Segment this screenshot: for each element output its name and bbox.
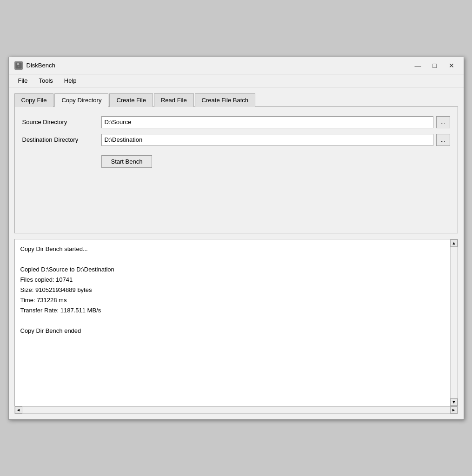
start-bench-button[interactable]: Start Bench [101, 155, 153, 168]
start-bench-row: Start Bench [22, 152, 450, 168]
destination-directory-row: Destination Directory ... [22, 134, 450, 146]
tab-content: Source Directory ... Destination Directo… [14, 107, 458, 233]
main-content: Copy File Copy Directory Create File Rea… [9, 87, 464, 419]
scroll-up-button[interactable]: ▲ [450, 239, 458, 247]
tab-copy-directory[interactable]: Copy Directory [54, 93, 108, 107]
output-scroll-container: Copy Dir Bench started...Copied D:\Sourc… [15, 239, 458, 406]
menu-tools[interactable]: Tools [33, 75, 58, 86]
title-bar-left: DiskBench [14, 61, 55, 70]
menu-help[interactable]: Help [59, 75, 82, 86]
destination-browse-button[interactable]: ... [436, 134, 450, 146]
source-directory-row: Source Directory ... [22, 116, 450, 128]
tab-spacer [22, 168, 450, 224]
menu-file[interactable]: File [13, 75, 33, 86]
main-window: DiskBench — □ ✕ File Tools Help Copy Fil… [8, 57, 464, 420]
destination-directory-input[interactable] [101, 134, 433, 146]
title-bar: DiskBench — □ ✕ [9, 57, 464, 74]
tab-create-file[interactable]: Create File [109, 93, 153, 107]
scroll-left-button[interactable]: ◄ [15, 406, 22, 414]
source-directory-label: Source Directory [22, 119, 101, 126]
title-bar-controls: — □ ✕ [412, 61, 458, 70]
menu-bar: File Tools Help [9, 74, 464, 87]
vertical-scrollbar: ▲ ▼ [450, 239, 458, 406]
output-text: Copy Dir Bench started...Copied D:\Sourc… [15, 239, 450, 406]
close-button[interactable]: ✕ [445, 61, 458, 70]
scroll-right-button[interactable]: ► [450, 406, 458, 414]
output-area: Copy Dir Bench started...Copied D:\Sourc… [14, 239, 458, 406]
source-browse-button[interactable]: ... [436, 116, 450, 128]
destination-directory-label: Destination Directory [22, 136, 101, 143]
scrollbar-track[interactable] [450, 247, 458, 398]
tab-copy-file[interactable]: Copy File [14, 93, 54, 107]
horizontal-scrollbar: ◄ ► [14, 406, 458, 414]
disk-icon [14, 61, 23, 70]
svg-rect-2 [19, 63, 20, 65]
tab-bar: Copy File Copy Directory Create File Rea… [14, 93, 458, 107]
tab-create-file-batch[interactable]: Create File Batch [195, 93, 255, 107]
tab-read-file[interactable]: Read File [154, 93, 194, 107]
minimize-button[interactable]: — [412, 61, 425, 70]
source-directory-input[interactable] [101, 116, 433, 128]
svg-point-4 [18, 66, 19, 67]
scroll-down-button[interactable]: ▼ [450, 398, 458, 406]
maximize-button[interactable]: □ [428, 61, 441, 70]
window-title: DiskBench [27, 62, 55, 69]
